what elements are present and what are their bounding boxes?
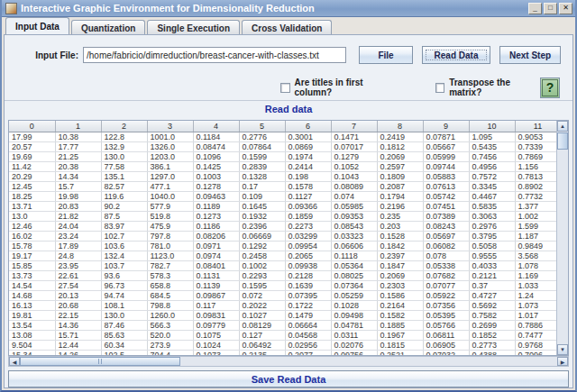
- table-cell[interactable]: 132.9: [101, 142, 147, 152]
- table-cell[interactable]: 0.03323: [331, 232, 377, 242]
- minimize-button[interactable]: _: [528, 3, 542, 14]
- table-cell[interactable]: 0.3063: [469, 212, 515, 222]
- column-header[interactable]: 11: [515, 121, 556, 132]
- table-cell[interactable]: 0.1189: [193, 202, 239, 212]
- vertical-scroll-thumb[interactable]: [557, 132, 568, 150]
- save-read-data-button[interactable]: Save Read Data: [8, 370, 569, 387]
- table-cell[interactable]: 0.1425: [193, 162, 239, 172]
- table-cell[interactable]: 13.08: [9, 331, 55, 341]
- table-cell[interactable]: 0.1932: [239, 212, 285, 222]
- table-cell[interactable]: 0.1639: [285, 281, 331, 291]
- horizontal-scroll-thumb[interactable]: [20, 357, 180, 366]
- table-cell[interactable]: 83.97: [101, 222, 147, 232]
- table-cell[interactable]: 0.2196: [377, 202, 423, 212]
- table-cell[interactable]: 0.05259: [331, 291, 377, 301]
- table-cell[interactable]: 0.1885: [377, 321, 423, 331]
- table-cell[interactable]: 0.1052: [331, 162, 377, 172]
- table-cell[interactable]: 0.9555: [469, 251, 515, 261]
- table-cell[interactable]: 23.95: [55, 261, 101, 271]
- table-cell[interactable]: 0.2069: [377, 271, 423, 281]
- table-cell[interactable]: 0.2839: [239, 162, 285, 172]
- table-cell[interactable]: 0.2293: [239, 271, 285, 281]
- column-header[interactable]: 4: [193, 121, 239, 132]
- table-cell[interactable]: 0.05883: [423, 172, 469, 182]
- table-cell[interactable]: 15.78: [9, 242, 55, 251]
- table-cell[interactable]: 96.73: [101, 281, 147, 291]
- table-cell[interactable]: 0.7477: [515, 331, 556, 341]
- table-cell[interactable]: 21.82: [55, 212, 101, 222]
- table-cell[interactable]: 24.04: [55, 222, 101, 232]
- table-cell[interactable]: 0.5692: [469, 301, 515, 311]
- table-cell[interactable]: 0.2135: [239, 351, 285, 356]
- table-cell[interactable]: 1040.0: [147, 192, 193, 202]
- table-cell[interactable]: 0.05667: [423, 142, 469, 152]
- column-header[interactable]: 0: [9, 121, 55, 132]
- table-cell[interactable]: 0.7732: [515, 192, 556, 202]
- help-button[interactable]: ?: [540, 77, 560, 98]
- table-cell[interactable]: 1260.0: [147, 311, 193, 321]
- table-row[interactable]: 16.0223.24102.7797.80.082060.066690.0329…: [9, 232, 556, 242]
- table-cell[interactable]: 0.09744: [423, 162, 469, 172]
- table-cell[interactable]: 0.4388: [469, 351, 515, 356]
- table-cell[interactable]: 0.235: [377, 212, 423, 222]
- table-cell[interactable]: 0.07032: [423, 351, 469, 356]
- table-cell[interactable]: 0.08025: [331, 271, 377, 281]
- table-cell[interactable]: 0.4033: [469, 261, 515, 271]
- table-cell[interactable]: 13.73: [9, 271, 55, 281]
- table-cell[interactable]: 0.05766: [423, 321, 469, 331]
- titles-first-column-checkbox[interactable]: Are titles in first column?: [280, 77, 398, 97]
- table-cell[interactable]: 130.0: [101, 311, 147, 321]
- table-cell[interactable]: 0.07017: [331, 142, 377, 152]
- next-step-button[interactable]: Next Step: [499, 46, 561, 64]
- table-cell[interactable]: 0.08401: [193, 261, 239, 271]
- table-cell[interactable]: 0.4956: [469, 162, 515, 172]
- table-cell[interactable]: 0.078: [423, 251, 469, 261]
- table-cell[interactable]: 566.3: [147, 321, 193, 331]
- table-cell[interactable]: 0.09366: [285, 202, 331, 212]
- table-cell[interactable]: 0.06905: [423, 341, 469, 351]
- table-cell[interactable]: 0.7096: [515, 351, 556, 356]
- table-cell[interactable]: 0.09779: [193, 321, 239, 331]
- table-cell[interactable]: 0.1599: [239, 152, 285, 162]
- table-cell[interactable]: 0.06082: [423, 242, 469, 251]
- column-header[interactable]: 7: [331, 121, 377, 132]
- table-cell[interactable]: 0.1003: [193, 172, 239, 182]
- table-cell[interactable]: 0.2303: [377, 281, 423, 291]
- table-cell[interactable]: 60.34: [101, 341, 147, 351]
- table-cell[interactable]: 0.05985: [331, 202, 377, 212]
- table-cell[interactable]: 20.38: [55, 162, 101, 172]
- table-cell[interactable]: 0.1528: [377, 232, 423, 242]
- checkbox-icon[interactable]: [280, 83, 290, 93]
- table-cell[interactable]: 0.06811: [423, 331, 469, 341]
- table-cell[interactable]: 782.7: [147, 261, 193, 271]
- scroll-up-icon[interactable]: ▲: [557, 121, 568, 132]
- table-cell[interactable]: 0.0869: [285, 142, 331, 152]
- table-cell[interactable]: 17.99: [9, 132, 55, 142]
- table-cell[interactable]: 0.17: [239, 182, 285, 192]
- table-row[interactable]: 19.6921.25130.01203.00.10960.15990.19740…: [9, 152, 556, 162]
- table-cell[interactable]: 0.05742: [423, 192, 469, 202]
- table-cell[interactable]: 108.1: [101, 301, 147, 311]
- table-cell[interactable]: 797.8: [147, 232, 193, 242]
- table-cell[interactable]: 85.63: [101, 331, 147, 341]
- table-cell[interactable]: 0.1582: [377, 311, 423, 321]
- table-cell[interactable]: 0.04568: [285, 331, 331, 341]
- table-cell[interactable]: 20.57: [9, 142, 55, 152]
- table-cell[interactable]: 132.4: [101, 251, 147, 261]
- table-row[interactable]: 17.9910.38122.81001.00.11840.27760.30010…: [9, 132, 556, 142]
- table-cell[interactable]: 0.2128: [285, 271, 331, 281]
- table-cell[interactable]: 0.2776: [239, 132, 285, 142]
- table-cell[interactable]: 0.08543: [331, 222, 377, 232]
- column-header[interactable]: 6: [285, 121, 331, 132]
- table-cell[interactable]: 0.2458: [239, 251, 285, 261]
- table-row[interactable]: 19.8122.15130.01260.00.098310.10270.1479…: [9, 311, 556, 321]
- table-cell[interactable]: 798.8: [147, 301, 193, 311]
- table-cell[interactable]: 19.81: [9, 311, 55, 321]
- table-cell[interactable]: 0.08243: [423, 222, 469, 232]
- table-cell[interactable]: 0.9849: [515, 242, 556, 251]
- table-cell[interactable]: 0.3345: [469, 182, 515, 192]
- table-cell[interactable]: 684.5: [147, 291, 193, 301]
- table-cell[interactable]: 1.156: [515, 162, 556, 172]
- table-row[interactable]: 11.4220.3877.58386.10.14250.28390.24140.…: [9, 162, 556, 172]
- vertical-scrollbar[interactable]: ▲ ▼: [556, 121, 568, 355]
